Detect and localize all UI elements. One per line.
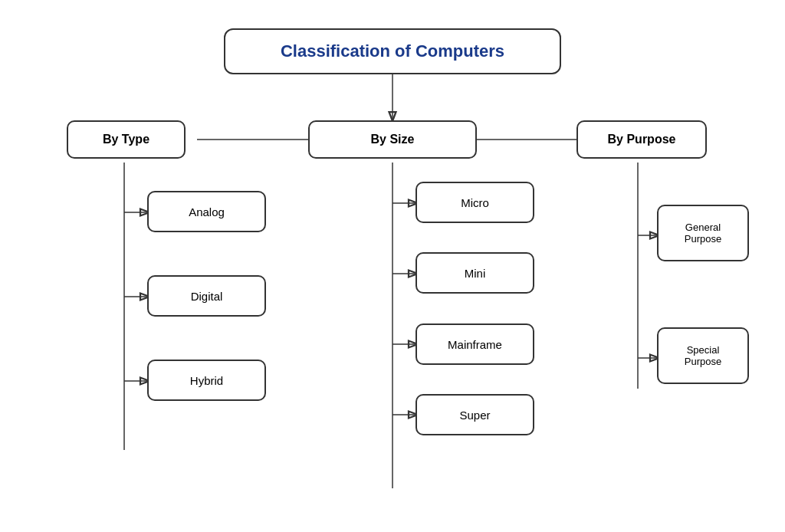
category-size: By Size (308, 120, 477, 159)
size-child-micro: Micro (415, 182, 534, 223)
category-type: By Type (67, 120, 186, 159)
size-child-mainframe: Mainframe (415, 323, 534, 365)
connector-lines (25, 13, 760, 519)
title-box: Classification of Computers (224, 28, 561, 74)
classification-diagram: Classification of Computers By Type By S… (25, 13, 760, 519)
type-child-hybrid: Hybrid (147, 360, 266, 401)
purpose-child-general: GeneralPurpose (657, 205, 749, 261)
type-child-digital: Digital (147, 275, 266, 317)
type-child-analog: Analog (147, 191, 266, 232)
purpose-child-special: SpecialPurpose (657, 327, 749, 384)
size-child-super: Super (415, 394, 534, 435)
category-purpose: By Purpose (576, 120, 707, 159)
size-child-mini: Mini (415, 252, 534, 294)
